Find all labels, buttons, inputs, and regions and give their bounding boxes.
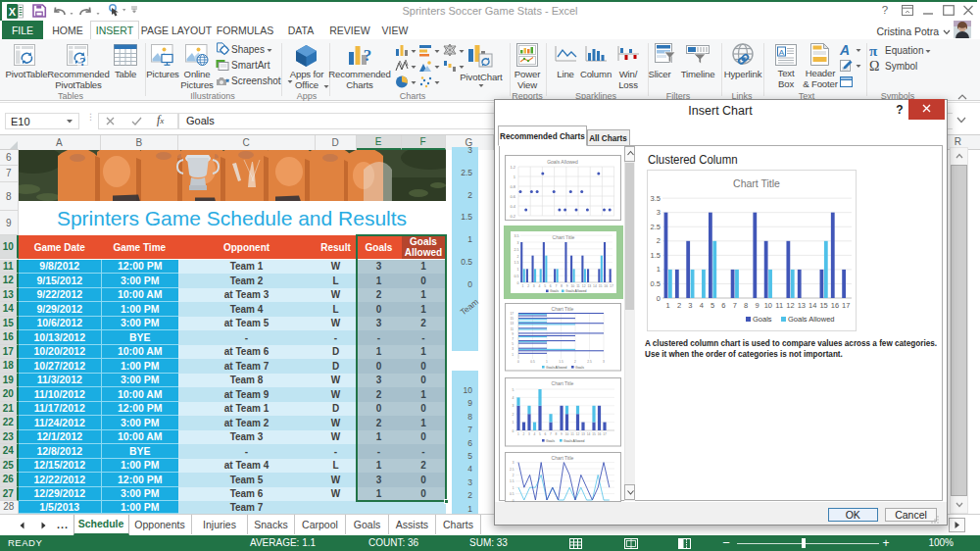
svg-text:17: 17 [842, 301, 850, 310]
svg-text:3: 3 [532, 283, 534, 287]
svg-text:15: 15 [592, 431, 596, 435]
svg-text:Goals Allowed: Goals Allowed [788, 315, 835, 324]
svg-text:10: 10 [564, 431, 568, 435]
svg-text:7: 7 [555, 283, 557, 287]
svg-text:Goals: Goals [575, 366, 584, 370]
svg-text:0.6: 0.6 [510, 194, 515, 199]
svg-text:17: 17 [603, 431, 607, 435]
svg-text:17: 17 [510, 312, 514, 316]
svg-text:2: 2 [527, 283, 529, 287]
svg-text:3: 3 [657, 208, 661, 217]
svg-text:1: 1 [657, 265, 661, 274]
svg-text:1.2: 1.2 [510, 165, 515, 170]
svg-text:10: 10 [570, 283, 574, 287]
svg-text:1: 1 [546, 360, 548, 364]
svg-text:5: 5 [512, 342, 514, 346]
svg-text:3: 3 [512, 404, 514, 408]
svg-text:0: 0 [517, 360, 519, 364]
svg-text:4: 4 [512, 395, 514, 399]
svg-text:3: 3 [528, 431, 530, 435]
svg-text:5: 5 [710, 301, 714, 310]
svg-text:2.5: 2.5 [514, 247, 518, 251]
svg-text:14: 14 [586, 431, 590, 435]
svg-text:Chart Title: Chart Title [551, 306, 573, 312]
svg-text:1: 1 [521, 283, 523, 287]
svg-text:3: 3 [603, 360, 605, 364]
svg-text:11: 11 [510, 327, 514, 331]
svg-text:X: X [9, 6, 17, 18]
svg-text:3: 3 [516, 240, 518, 244]
svg-text:0: 0 [512, 428, 514, 432]
svg-text:8: 8 [561, 283, 563, 287]
svg-text:1: 1 [517, 431, 519, 435]
svg-text:2: 2 [522, 431, 524, 435]
svg-text:14: 14 [808, 301, 816, 310]
svg-text:9: 9 [561, 431, 563, 435]
svg-text:0.4: 0.4 [510, 204, 515, 209]
svg-text:Goals: Goals [753, 315, 772, 324]
svg-text:0: 0 [657, 293, 661, 302]
svg-text:Chart Title: Chart Title [552, 233, 574, 239]
svg-text:12: 12 [786, 301, 794, 310]
svg-text:8: 8 [555, 431, 557, 435]
svg-text:3.5: 3.5 [514, 234, 518, 238]
svg-text:Chart Title: Chart Title [551, 380, 573, 386]
svg-text:7: 7 [512, 337, 514, 341]
svg-text:0.8: 0.8 [510, 184, 515, 189]
svg-text:16: 16 [831, 301, 839, 310]
svg-text:2: 2 [574, 360, 576, 364]
svg-text:Goals: Goals [550, 289, 559, 293]
svg-text:1: 1 [516, 268, 518, 272]
svg-text:9: 9 [512, 332, 514, 336]
svg-text:0.5: 0.5 [530, 360, 535, 364]
svg-text:15: 15 [819, 301, 827, 310]
svg-text:4: 4 [700, 301, 704, 310]
svg-text:Chart Title: Chart Title [551, 455, 573, 461]
svg-text:11: 11 [775, 301, 783, 310]
svg-text:2: 2 [512, 412, 514, 416]
svg-text:9: 9 [565, 283, 567, 287]
svg-text:1: 1 [666, 301, 670, 310]
svg-text:15: 15 [598, 283, 602, 287]
svg-text:0.5: 0.5 [651, 278, 661, 287]
svg-text:16: 16 [597, 431, 601, 435]
svg-text:11: 11 [570, 431, 574, 435]
svg-text:16: 16 [604, 283, 608, 287]
svg-text:4: 4 [533, 431, 535, 435]
svg-text:3: 3 [512, 461, 514, 465]
svg-text:5: 5 [512, 387, 514, 391]
svg-text:2.5: 2.5 [510, 467, 514, 471]
svg-text:1: 1 [512, 353, 514, 357]
svg-text:5: 5 [544, 283, 546, 287]
svg-text:14: 14 [593, 283, 597, 287]
svg-text:2: 2 [677, 301, 681, 310]
svg-text:A: A [779, 48, 785, 57]
svg-text:Chart Title: Chart Title [733, 177, 780, 189]
svg-text:6: 6 [544, 431, 546, 435]
svg-text:7: 7 [733, 301, 737, 310]
svg-text:0: 0 [512, 498, 514, 502]
svg-text:15: 15 [510, 317, 514, 321]
svg-text:17: 17 [610, 283, 613, 287]
svg-text:12: 12 [581, 283, 585, 287]
svg-text:11: 11 [576, 283, 580, 287]
svg-text:5: 5 [539, 431, 541, 435]
svg-text:7: 7 [550, 431, 552, 435]
svg-text:2: 2 [512, 473, 514, 476]
svg-text:4: 4 [538, 283, 540, 287]
svg-text:3: 3 [512, 347, 514, 351]
svg-text:2.5: 2.5 [651, 222, 661, 230]
svg-text:13: 13 [581, 431, 585, 435]
svg-text:Goals: Goals [546, 438, 555, 442]
svg-text:0.5: 0.5 [514, 275, 518, 278]
svg-text:0.2: 0.2 [510, 214, 515, 219]
svg-text:1: 1 [512, 485, 514, 489]
svg-text:Goals Allowed: Goals Allowed [547, 159, 578, 165]
svg-text:0: 0 [516, 281, 518, 285]
svg-text:1.5: 1.5 [651, 250, 661, 259]
svg-text:13: 13 [798, 301, 806, 310]
svg-text:2: 2 [657, 236, 661, 245]
svg-text:13: 13 [587, 283, 591, 287]
svg-text:Goals Allowed: Goals Allowed [546, 366, 567, 370]
svg-text:1.5: 1.5 [510, 479, 514, 483]
